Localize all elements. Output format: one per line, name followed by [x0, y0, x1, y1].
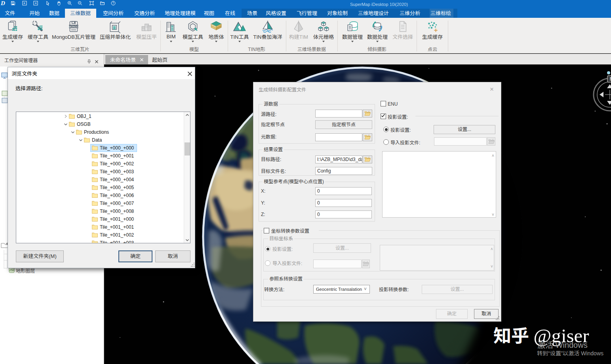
svg-text:N: N: [610, 76, 611, 82]
svg-text:MONGO: MONGO: [69, 25, 79, 28]
